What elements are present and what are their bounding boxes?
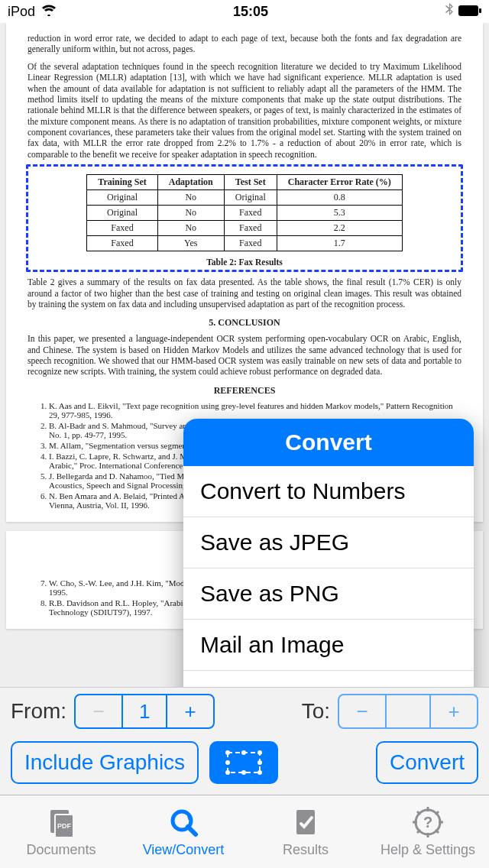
popover-title: Convert xyxy=(183,419,474,466)
to-increment[interactable]: + xyxy=(431,695,477,727)
svg-point-4 xyxy=(257,750,262,755)
convert-popover: Convert Convert to Numbers Save as JPEG … xyxy=(183,419,474,687)
svg-point-10 xyxy=(257,760,262,765)
from-value: 1 xyxy=(121,695,167,727)
convert-controls: From: − 1 + To: − + Include Graphics Con… xyxy=(0,687,489,795)
tab-label: Documents xyxy=(26,842,96,858)
to-stepper: − + xyxy=(338,694,478,729)
svg-point-3 xyxy=(225,750,230,755)
from-stepper: − 1 + xyxy=(74,694,215,729)
fax-results-table: Training Set Adaptation Test Set Charact… xyxy=(86,174,402,251)
svg-point-6 xyxy=(257,770,262,775)
bluetooth-icon xyxy=(445,3,454,21)
svg-rect-0 xyxy=(458,5,478,16)
svg-text:?: ? xyxy=(423,814,432,831)
paragraph: reduction in word error rate, we decided… xyxy=(28,33,461,55)
section-heading: 5. CONCLUSION xyxy=(28,317,461,329)
svg-rect-2 xyxy=(228,753,260,772)
svg-point-8 xyxy=(241,770,246,775)
document-preview[interactable]: reduction in word error rate, we decided… xyxy=(0,23,489,687)
svg-point-9 xyxy=(225,760,230,765)
popover-item-png[interactable]: Save as PNG xyxy=(183,568,474,620)
from-label: From: xyxy=(11,699,66,724)
pdf-icon: PDF xyxy=(44,805,78,839)
tab-view-convert[interactable]: View/Convert xyxy=(122,795,244,868)
battery-icon xyxy=(458,4,481,20)
magnify-refresh-icon xyxy=(167,805,200,839)
crop-icon xyxy=(223,750,264,776)
paragraph: Of the several adaptation techniques fou… xyxy=(28,61,461,160)
tab-bar: PDF Documents View/Convert Results ? Hel… xyxy=(0,795,489,868)
svg-text:PDF: PDF xyxy=(57,822,72,830)
to-label: To: xyxy=(302,699,330,724)
svg-rect-1 xyxy=(479,8,481,13)
device-label: iPod xyxy=(8,4,35,20)
paragraph: Table 2 gives a summary of the results o… xyxy=(28,277,461,309)
to-decrement[interactable]: − xyxy=(339,695,385,727)
popover-item-jpeg[interactable]: Save as JPEG xyxy=(183,517,474,568)
section-heading: REFERENCES xyxy=(28,385,461,397)
from-decrement[interactable]: − xyxy=(76,695,121,727)
checkmark-doc-icon xyxy=(289,805,322,839)
table-caption: Table 2: Fax Results xyxy=(30,257,459,267)
to-value xyxy=(385,695,431,727)
tab-label: Results xyxy=(283,842,329,858)
tab-label: View/Convert xyxy=(143,842,225,858)
gear-question-icon: ? xyxy=(411,805,445,839)
status-bar: iPod 15:05 xyxy=(0,0,489,23)
popover-item-mail-image[interactable]: Mail an Image xyxy=(183,620,474,671)
status-time: 15:05 xyxy=(57,4,445,20)
svg-point-5 xyxy=(225,770,230,775)
tab-documents[interactable]: PDF Documents xyxy=(0,795,122,868)
popover-item-numbers[interactable]: Convert to Numbers xyxy=(183,466,474,517)
popover-item-send-mail[interactable]: Send to Mail xyxy=(183,671,474,687)
include-graphics-button[interactable]: Include Graphics xyxy=(11,741,199,784)
tab-label: Help & Settings xyxy=(381,842,475,858)
svg-point-7 xyxy=(241,750,246,755)
paragraph: In this paper, we presented a language-i… xyxy=(28,333,461,377)
convert-button[interactable]: Convert xyxy=(376,741,478,784)
tab-results[interactable]: Results xyxy=(244,795,367,868)
crop-tool-button[interactable] xyxy=(209,741,278,784)
svg-rect-15 xyxy=(296,810,315,834)
wifi-icon xyxy=(41,4,57,20)
from-increment[interactable]: + xyxy=(167,695,213,727)
selection-box[interactable]: Training Set Adaptation Test Set Charact… xyxy=(26,164,463,272)
tab-help-settings[interactable]: ? Help & Settings xyxy=(367,795,489,868)
